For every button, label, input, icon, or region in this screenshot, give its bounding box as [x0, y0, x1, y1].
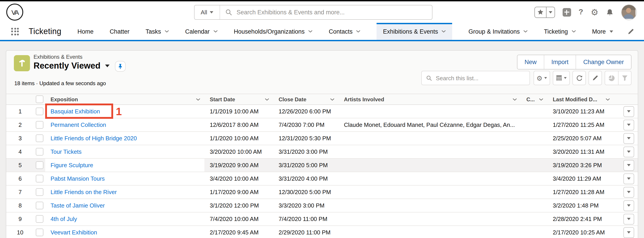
tab-exhibitions-events[interactable]: Exhibitions & Events [377, 23, 452, 40]
row-actions-button[interactable] [623, 200, 634, 211]
start-date-cell: 12/6/2017 8:00 AM [204, 122, 273, 128]
row-actions-button[interactable] [623, 146, 634, 157]
global-actions-plus-icon[interactable] [562, 8, 571, 16]
gear-icon: ⚙ [536, 75, 542, 81]
list-search-input[interactable] [435, 74, 529, 82]
checkbox-icon [36, 188, 44, 196]
start-date-cell: 3/19/2020 9:00 AM [204, 162, 273, 169]
exposition-cell: Little Friends on the River [45, 189, 204, 195]
search-icon [226, 9, 232, 16]
app-launcher-icon[interactable] [11, 28, 19, 35]
close-date-cell: 3/31/2020 3:00 PM [273, 148, 338, 155]
table-row: 3 Little Friends of High Bridge 2020 1/1… [6, 132, 638, 145]
record-link[interactable]: Taste of Jamie Oliver [50, 202, 105, 209]
record-link[interactable]: Figure Sculpture [50, 162, 93, 169]
row-checkbox[interactable] [34, 148, 45, 156]
setup-gear-icon[interactable]: ⚙ [591, 8, 598, 16]
refresh-button[interactable] [572, 71, 586, 85]
row-checkbox[interactable] [34, 202, 45, 209]
tab-tasks[interactable]: Tasks [146, 23, 169, 40]
nav-edit-pencil-icon[interactable] [628, 23, 634, 40]
row-checkbox[interactable] [34, 107, 45, 115]
tab-home[interactable]: Home [77, 23, 94, 40]
inline-edit-button[interactable] [588, 71, 602, 85]
row-checkbox[interactable] [34, 161, 45, 169]
record-link[interactable]: Little Friends of High Bridge 2020 [50, 135, 137, 142]
row-checkbox[interactable] [34, 135, 45, 142]
row-actions-button[interactable] [623, 173, 634, 184]
chevron-down-icon [265, 98, 269, 101]
favorites-dropdown[interactable] [546, 7, 554, 17]
import-button[interactable]: Import [544, 55, 576, 69]
row-number: 4 [6, 148, 34, 155]
column-header-start-date[interactable]: Start Date [204, 94, 273, 104]
app-nav-bar: Ticketing Home Chatter Tasks Calendar Ho… [0, 23, 644, 40]
favorites-button-group[interactable] [534, 7, 555, 18]
column-header-close-date[interactable]: Close Date [273, 94, 338, 104]
chevron-down-icon [606, 98, 610, 101]
display-as-button[interactable] [553, 71, 570, 85]
row-actions-button[interactable] [623, 213, 634, 224]
star-icon[interactable] [535, 7, 546, 17]
close-date-cell: 7/4/2020 11:00 PM [273, 216, 338, 222]
record-link[interactable]: Little Friends on the River [50, 189, 117, 195]
start-date-cell: 7/4/2020 10:00 AM [204, 216, 273, 222]
tab-group-invitations[interactable]: Group & Invitations [468, 23, 528, 40]
search-scope-dropdown[interactable]: All [194, 5, 220, 19]
row-actions-button[interactable] [623, 120, 634, 130]
global-search-input[interactable] [236, 9, 432, 16]
row-number: 10 [6, 229, 34, 236]
charts-button[interactable] [605, 71, 618, 85]
record-link[interactable]: Permanent Collection [50, 122, 106, 128]
filter-button[interactable] [618, 71, 632, 85]
change-owner-button[interactable]: Change Owner [576, 55, 631, 69]
tab-ticketing[interactable]: Ticketing [544, 23, 576, 40]
row-checkbox[interactable] [34, 228, 45, 236]
help-icon[interactable]: ? [578, 8, 583, 17]
start-date-cell: 1/17/2020 9:00 AM [204, 189, 273, 195]
column-header-last-modified[interactable]: Last Modified D... [548, 94, 614, 104]
filter-funnel-icon [622, 75, 628, 81]
select-all-checkbox[interactable] [34, 95, 45, 103]
exposition-cell: Tour Tickets [45, 148, 204, 155]
caret-down-icon [627, 231, 630, 233]
record-link[interactable]: Pabst Mansion Tours [50, 175, 105, 182]
column-header-artists-involved[interactable]: Artists Involved [338, 94, 521, 104]
list-view-selector[interactable]: Recently Viewed [34, 61, 109, 71]
tab-more[interactable]: More [592, 23, 613, 40]
record-link[interactable]: Veevart Exhibition [50, 229, 97, 236]
new-button[interactable]: New [518, 55, 544, 69]
chart-filter-group [605, 71, 632, 85]
table-grid-icon [556, 75, 562, 81]
checkbox-icon [36, 107, 44, 115]
row-actions-button[interactable] [623, 106, 634, 117]
record-link[interactable]: 4th of July [50, 216, 77, 222]
checkbox-icon [36, 148, 44, 156]
column-header-exposition[interactable]: Exposition [45, 94, 204, 104]
chevron-down-icon [442, 30, 446, 33]
checkbox-icon [36, 135, 44, 142]
row-actions-button[interactable] [623, 133, 634, 144]
tab-chatter[interactable]: Chatter [110, 23, 130, 40]
notifications-bell-icon[interactable] [606, 8, 614, 16]
list-view-controls-button[interactable]: ⚙ [533, 71, 550, 85]
tab-contacts[interactable]: Contacts [329, 23, 361, 40]
row-actions-button[interactable] [623, 227, 634, 238]
user-avatar[interactable] [621, 4, 637, 20]
row-checkbox[interactable] [34, 215, 45, 223]
tab-households-organizations[interactable]: Households/Organizations [234, 23, 313, 40]
row-actions-button[interactable] [623, 160, 634, 171]
row-checkbox[interactable] [34, 121, 45, 129]
column-header-c-truncated[interactable]: C... [521, 94, 548, 104]
pin-list-button[interactable] [115, 61, 126, 72]
row-actions [614, 120, 638, 130]
row-actions-button[interactable] [623, 187, 634, 197]
row-number-header [6, 94, 34, 104]
table-row: 5 Figure Sculpture 3/19/2020 9:00 AM 3/3… [6, 159, 638, 172]
record-link[interactable]: Tour Tickets [50, 148, 82, 155]
row-checkbox[interactable] [34, 175, 45, 182]
chevron-down-icon [548, 11, 552, 13]
row-checkbox[interactable] [34, 188, 45, 196]
tab-calendar[interactable]: Calendar [185, 23, 218, 40]
checkbox-icon [36, 161, 44, 169]
